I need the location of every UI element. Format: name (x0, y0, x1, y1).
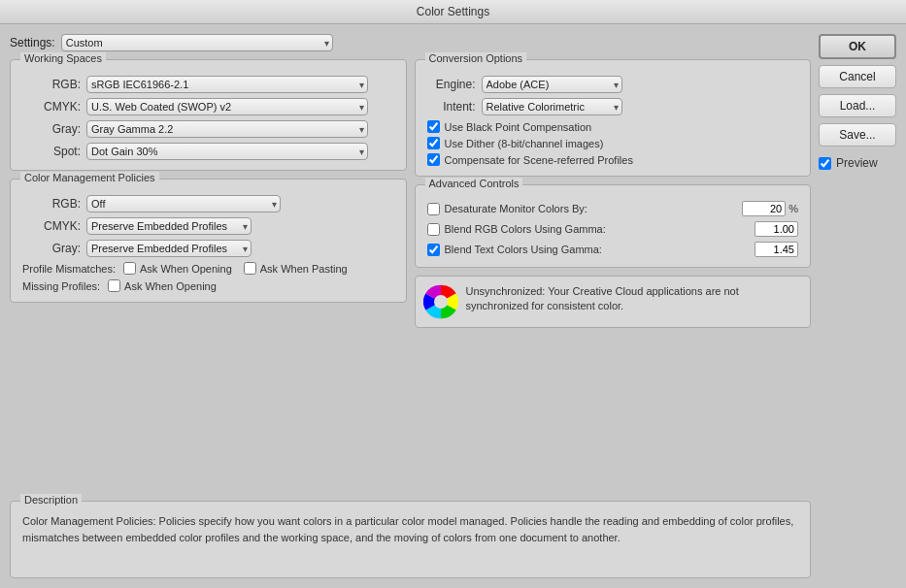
color-management-group: Color Management Policies RGB: Off CMYK: (10, 179, 407, 303)
ok-button[interactable]: OK (819, 34, 896, 59)
scene-referred-checkbox[interactable] (427, 153, 440, 166)
ask-when-opening-mismatch-checkbox[interactable] (123, 262, 136, 275)
scene-referred-label: Compensate for Scene-referred Profiles (445, 154, 633, 166)
intent-label: Intent: (427, 100, 476, 114)
cm-cmyk-select-wrapper[interactable]: Preserve Embedded Profiles (86, 217, 252, 235)
blend-text-input[interactable] (755, 242, 798, 257)
desaturate-label: Desaturate Monitor Colors By: (445, 203, 743, 214)
ask-when-opening-missing-label: Ask When Opening (124, 280, 217, 292)
description-text: Color Management Policies: Policies spec… (22, 513, 798, 545)
working-spaces-label: Working Spaces (20, 52, 106, 64)
missing-profiles-label: Missing Profiles: (22, 280, 100, 292)
preview-checkbox[interactable] (819, 157, 831, 170)
ws-cmyk-label: CMYK: (22, 100, 81, 114)
cm-rgb-label: RGB: (22, 197, 81, 211)
cm-cmyk-label: CMYK: (22, 219, 81, 233)
desaturate-input[interactable] (742, 201, 786, 216)
advanced-controls-group: Advanced Controls Desaturate Monitor Col… (415, 184, 812, 268)
dialog-title: Color Settings (417, 5, 489, 18)
profile-mismatches-row: Profile Mismatches: Ask When Opening Ask… (22, 262, 394, 275)
blend-text-checkbox[interactable] (427, 244, 440, 256)
working-spaces-group: Working Spaces RGB: sRGB IEC61966-2.1 CM (10, 59, 407, 171)
ask-when-pasting-checkbox[interactable] (244, 262, 256, 275)
intent-select[interactable]: Relative Colorimetric (482, 98, 622, 115)
ws-gray-label: Gray: (22, 122, 81, 136)
description-box: Description Color Management Policies: P… (10, 501, 811, 578)
ws-cmyk-row: CMYK: U.S. Web Coated (SWOP) v2 (22, 98, 394, 115)
sync-box: Unsynchronized: Your Creative Cloud appl… (415, 276, 812, 328)
blend-rgb-input[interactable] (755, 221, 798, 237)
blend-rgb-checkbox[interactable] (427, 223, 440, 236)
load-button[interactable]: Load... (819, 94, 896, 117)
ws-spot-select[interactable]: Dot Gain 30% (86, 143, 368, 160)
ws-cmyk-select-wrapper[interactable]: U.S. Web Coated (SWOP) v2 (86, 98, 368, 115)
intent-row: Intent: Relative Colorimetric (427, 98, 799, 115)
black-point-checkbox[interactable] (427, 120, 440, 133)
cm-gray-select-wrapper[interactable]: Preserve Embedded Profiles (86, 240, 252, 257)
ws-gray-select[interactable]: Gray Gamma 2.2 (86, 120, 368, 138)
cancel-button[interactable]: Cancel (819, 65, 896, 88)
cm-rgb-select[interactable]: Off (86, 195, 281, 212)
sync-icon (423, 284, 458, 319)
intent-select-wrapper[interactable]: Relative Colorimetric (482, 98, 622, 115)
ws-rgb-label: RGB: (22, 78, 81, 91)
engine-select[interactable]: Adobe (ACE) (482, 76, 622, 93)
missing-profiles-row: Missing Profiles: Ask When Opening (22, 279, 394, 292)
cm-gray-label: Gray: (22, 242, 81, 255)
ws-rgb-select[interactable]: sRGB IEC61966-2.1 (86, 76, 368, 93)
black-point-row: Use Black Point Compensation (427, 120, 799, 133)
blend-rgb-label: Blend RGB Colors Using Gamma: (445, 223, 755, 235)
description-label: Description (20, 494, 82, 506)
ask-when-opening-missing-checkbox[interactable] (108, 279, 120, 292)
ws-spot-select-wrapper[interactable]: Dot Gain 30% (86, 143, 368, 160)
desaturate-unit: % (789, 203, 798, 214)
svg-point-1 (434, 295, 448, 309)
preview-row: Preview (819, 156, 896, 170)
dither-label: Use Dither (8-bit/channel images) (445, 138, 604, 149)
dither-row: Use Dither (8-bit/channel images) (427, 137, 799, 149)
settings-select[interactable]: Custom (61, 34, 333, 51)
engine-label: Engine: (427, 78, 476, 91)
engine-row: Engine: Adobe (ACE) (427, 76, 799, 93)
ws-spot-row: Spot: Dot Gain 30% (22, 143, 394, 160)
ws-gray-row: Gray: Gray Gamma 2.2 (22, 120, 394, 138)
engine-select-wrapper[interactable]: Adobe (ACE) (482, 76, 622, 93)
blend-text-label: Blend Text Colors Using Gamma: (445, 244, 755, 255)
sidebar-buttons: OK Cancel Load... Save... Preview (819, 34, 896, 578)
ask-when-pasting-label: Ask When Pasting (260, 263, 348, 275)
ask-when-opening-mismatch-label: Ask When Opening (140, 263, 232, 275)
profile-mismatches-label: Profile Mismatches: (22, 263, 116, 275)
settings-label: Settings: (10, 36, 55, 49)
sync-text: Unsynchronized: Your Creative Cloud appl… (466, 284, 803, 314)
cm-cmyk-select[interactable]: Preserve Embedded Profiles (86, 217, 252, 235)
cm-gray-row: Gray: Preserve Embedded Profiles (22, 240, 394, 257)
ws-spot-label: Spot: (22, 145, 81, 158)
desaturate-checkbox[interactable] (427, 203, 440, 215)
ws-rgb-select-wrapper[interactable]: sRGB IEC61966-2.1 (86, 76, 368, 93)
ws-gray-select-wrapper[interactable]: Gray Gamma 2.2 (86, 120, 368, 138)
blend-rgb-row: Blend RGB Colors Using Gamma: (427, 221, 799, 237)
preview-label: Preview (836, 156, 878, 170)
color-management-label: Color Management Policies (20, 172, 159, 183)
conversion-options-group: Conversion Options Engine: Adobe (ACE) I (415, 59, 812, 177)
dither-checkbox[interactable] (427, 137, 440, 149)
save-button[interactable]: Save... (819, 123, 896, 147)
cm-rgb-select-wrapper[interactable]: Off (86, 195, 281, 212)
blend-text-row: Blend Text Colors Using Gamma: (427, 242, 799, 257)
cm-cmyk-row: CMYK: Preserve Embedded Profiles (22, 217, 394, 235)
advanced-controls-label: Advanced Controls (425, 178, 523, 189)
black-point-label: Use Black Point Compensation (445, 121, 592, 133)
cm-rgb-row: RGB: Off (22, 195, 394, 212)
desaturate-row: Desaturate Monitor Colors By: % (427, 201, 799, 216)
ws-cmyk-select[interactable]: U.S. Web Coated (SWOP) v2 (86, 98, 368, 115)
settings-select-wrapper[interactable]: Custom (61, 34, 333, 51)
cm-gray-select[interactable]: Preserve Embedded Profiles (86, 240, 252, 257)
conversion-options-label: Conversion Options (425, 52, 527, 64)
scene-referred-row: Compensate for Scene-referred Profiles (427, 153, 799, 166)
ws-rgb-row: RGB: sRGB IEC61966-2.1 (22, 76, 394, 93)
title-bar: Color Settings (0, 0, 906, 24)
